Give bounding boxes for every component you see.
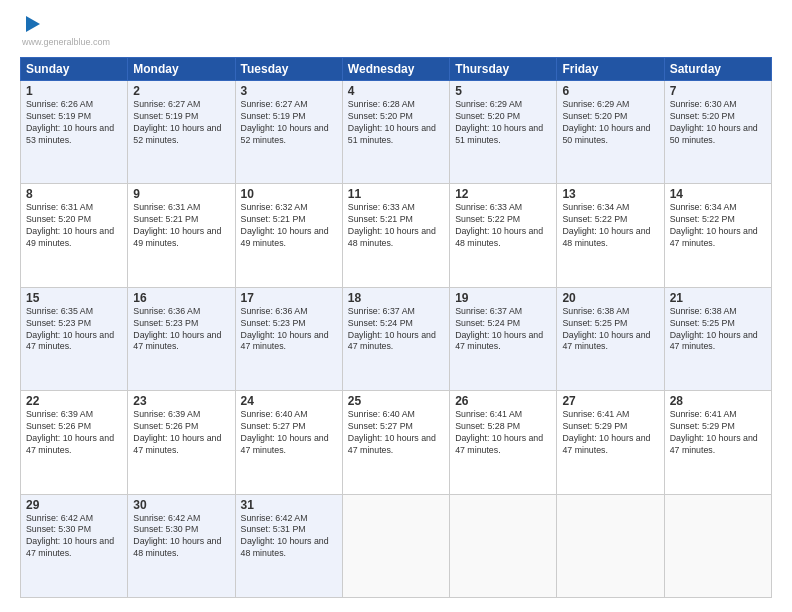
day-number: 21 bbox=[670, 291, 766, 305]
day-number: 22 bbox=[26, 394, 122, 408]
day-number: 25 bbox=[348, 394, 444, 408]
day-cell-20: 20 Sunrise: 6:38 AMSunset: 5:25 PMDaylig… bbox=[557, 287, 664, 390]
day-number: 7 bbox=[670, 84, 766, 98]
weekday-header-monday: Monday bbox=[128, 58, 235, 81]
day-number: 18 bbox=[348, 291, 444, 305]
calendar-table: SundayMondayTuesdayWednesdayThursdayFrid… bbox=[20, 57, 772, 598]
day-info: Sunrise: 6:39 AMSunset: 5:26 PMDaylight:… bbox=[26, 409, 114, 455]
calendar-week-3: 15 Sunrise: 6:35 AMSunset: 5:23 PMDaylig… bbox=[21, 287, 772, 390]
day-number: 3 bbox=[241, 84, 337, 98]
day-info: Sunrise: 6:41 AMSunset: 5:29 PMDaylight:… bbox=[670, 409, 758, 455]
calendar-week-1: 1 Sunrise: 6:26 AMSunset: 5:19 PMDayligh… bbox=[21, 81, 772, 184]
day-info: Sunrise: 6:36 AMSunset: 5:23 PMDaylight:… bbox=[133, 306, 221, 352]
day-info: Sunrise: 6:27 AMSunset: 5:19 PMDaylight:… bbox=[133, 99, 221, 145]
day-number: 28 bbox=[670, 394, 766, 408]
svg-marker-0 bbox=[26, 16, 40, 32]
day-cell-27: 27 Sunrise: 6:41 AMSunset: 5:29 PMDaylig… bbox=[557, 391, 664, 494]
day-cell-28: 28 Sunrise: 6:41 AMSunset: 5:29 PMDaylig… bbox=[664, 391, 771, 494]
day-cell-5: 5 Sunrise: 6:29 AMSunset: 5:20 PMDayligh… bbox=[450, 81, 557, 184]
day-number: 19 bbox=[455, 291, 551, 305]
day-cell-14: 14 Sunrise: 6:34 AMSunset: 5:22 PMDaylig… bbox=[664, 184, 771, 287]
day-info: Sunrise: 6:37 AMSunset: 5:24 PMDaylight:… bbox=[348, 306, 436, 352]
day-info: Sunrise: 6:41 AMSunset: 5:28 PMDaylight:… bbox=[455, 409, 543, 455]
weekday-header-thursday: Thursday bbox=[450, 58, 557, 81]
empty-cell bbox=[557, 494, 664, 597]
day-number: 16 bbox=[133, 291, 229, 305]
day-info: Sunrise: 6:32 AMSunset: 5:21 PMDaylight:… bbox=[241, 202, 329, 248]
day-info: Sunrise: 6:37 AMSunset: 5:24 PMDaylight:… bbox=[455, 306, 543, 352]
day-number: 23 bbox=[133, 394, 229, 408]
day-cell-1: 1 Sunrise: 6:26 AMSunset: 5:19 PMDayligh… bbox=[21, 81, 128, 184]
day-cell-3: 3 Sunrise: 6:27 AMSunset: 5:19 PMDayligh… bbox=[235, 81, 342, 184]
weekday-header-friday: Friday bbox=[557, 58, 664, 81]
day-cell-15: 15 Sunrise: 6:35 AMSunset: 5:23 PMDaylig… bbox=[21, 287, 128, 390]
day-cell-12: 12 Sunrise: 6:33 AMSunset: 5:22 PMDaylig… bbox=[450, 184, 557, 287]
empty-cell bbox=[342, 494, 449, 597]
day-number: 17 bbox=[241, 291, 337, 305]
day-info: Sunrise: 6:29 AMSunset: 5:20 PMDaylight:… bbox=[562, 99, 650, 145]
weekday-header-tuesday: Tuesday bbox=[235, 58, 342, 81]
weekday-header-saturday: Saturday bbox=[664, 58, 771, 81]
day-number: 4 bbox=[348, 84, 444, 98]
day-cell-31: 31 Sunrise: 6:42 AMSunset: 5:31 PMDaylig… bbox=[235, 494, 342, 597]
day-number: 13 bbox=[562, 187, 658, 201]
day-cell-16: 16 Sunrise: 6:36 AMSunset: 5:23 PMDaylig… bbox=[128, 287, 235, 390]
logo-icon bbox=[22, 14, 44, 36]
day-number: 1 bbox=[26, 84, 122, 98]
header: www.generalblue.com bbox=[20, 18, 772, 47]
day-cell-26: 26 Sunrise: 6:41 AMSunset: 5:28 PMDaylig… bbox=[450, 391, 557, 494]
day-info: Sunrise: 6:34 AMSunset: 5:22 PMDaylight:… bbox=[670, 202, 758, 248]
day-cell-11: 11 Sunrise: 6:33 AMSunset: 5:21 PMDaylig… bbox=[342, 184, 449, 287]
day-number: 29 bbox=[26, 498, 122, 512]
weekday-header-sunday: Sunday bbox=[21, 58, 128, 81]
day-info: Sunrise: 6:26 AMSunset: 5:19 PMDaylight:… bbox=[26, 99, 114, 145]
day-info: Sunrise: 6:33 AMSunset: 5:22 PMDaylight:… bbox=[455, 202, 543, 248]
day-cell-9: 9 Sunrise: 6:31 AMSunset: 5:21 PMDayligh… bbox=[128, 184, 235, 287]
day-number: 11 bbox=[348, 187, 444, 201]
weekday-header-wednesday: Wednesday bbox=[342, 58, 449, 81]
day-info: Sunrise: 6:33 AMSunset: 5:21 PMDaylight:… bbox=[348, 202, 436, 248]
day-cell-2: 2 Sunrise: 6:27 AMSunset: 5:19 PMDayligh… bbox=[128, 81, 235, 184]
day-cell-6: 6 Sunrise: 6:29 AMSunset: 5:20 PMDayligh… bbox=[557, 81, 664, 184]
day-cell-17: 17 Sunrise: 6:36 AMSunset: 5:23 PMDaylig… bbox=[235, 287, 342, 390]
day-info: Sunrise: 6:38 AMSunset: 5:25 PMDaylight:… bbox=[562, 306, 650, 352]
calendar-week-5: 29 Sunrise: 6:42 AMSunset: 5:30 PMDaylig… bbox=[21, 494, 772, 597]
day-info: Sunrise: 6:40 AMSunset: 5:27 PMDaylight:… bbox=[348, 409, 436, 455]
logo-tagline: www.generalblue.com bbox=[20, 37, 110, 47]
day-info: Sunrise: 6:42 AMSunset: 5:31 PMDaylight:… bbox=[241, 513, 329, 559]
day-number: 12 bbox=[455, 187, 551, 201]
day-number: 27 bbox=[562, 394, 658, 408]
day-number: 15 bbox=[26, 291, 122, 305]
day-info: Sunrise: 6:29 AMSunset: 5:20 PMDaylight:… bbox=[455, 99, 543, 145]
day-number: 10 bbox=[241, 187, 337, 201]
day-info: Sunrise: 6:41 AMSunset: 5:29 PMDaylight:… bbox=[562, 409, 650, 455]
day-cell-18: 18 Sunrise: 6:37 AMSunset: 5:24 PMDaylig… bbox=[342, 287, 449, 390]
day-number: 20 bbox=[562, 291, 658, 305]
day-info: Sunrise: 6:31 AMSunset: 5:21 PMDaylight:… bbox=[133, 202, 221, 248]
day-cell-7: 7 Sunrise: 6:30 AMSunset: 5:20 PMDayligh… bbox=[664, 81, 771, 184]
day-number: 30 bbox=[133, 498, 229, 512]
day-info: Sunrise: 6:39 AMSunset: 5:26 PMDaylight:… bbox=[133, 409, 221, 455]
calendar-week-2: 8 Sunrise: 6:31 AMSunset: 5:20 PMDayligh… bbox=[21, 184, 772, 287]
day-info: Sunrise: 6:42 AMSunset: 5:30 PMDaylight:… bbox=[26, 513, 114, 559]
day-info: Sunrise: 6:31 AMSunset: 5:20 PMDaylight:… bbox=[26, 202, 114, 248]
day-cell-4: 4 Sunrise: 6:28 AMSunset: 5:20 PMDayligh… bbox=[342, 81, 449, 184]
day-cell-13: 13 Sunrise: 6:34 AMSunset: 5:22 PMDaylig… bbox=[557, 184, 664, 287]
day-info: Sunrise: 6:35 AMSunset: 5:23 PMDaylight:… bbox=[26, 306, 114, 352]
day-number: 31 bbox=[241, 498, 337, 512]
logo: www.generalblue.com bbox=[20, 18, 110, 47]
day-info: Sunrise: 6:38 AMSunset: 5:25 PMDaylight:… bbox=[670, 306, 758, 352]
day-cell-30: 30 Sunrise: 6:42 AMSunset: 5:30 PMDaylig… bbox=[128, 494, 235, 597]
day-info: Sunrise: 6:27 AMSunset: 5:19 PMDaylight:… bbox=[241, 99, 329, 145]
day-number: 2 bbox=[133, 84, 229, 98]
day-number: 26 bbox=[455, 394, 551, 408]
day-number: 5 bbox=[455, 84, 551, 98]
day-info: Sunrise: 6:30 AMSunset: 5:20 PMDaylight:… bbox=[670, 99, 758, 145]
day-info: Sunrise: 6:28 AMSunset: 5:20 PMDaylight:… bbox=[348, 99, 436, 145]
page: www.generalblue.com SundayMondayTuesdayW… bbox=[0, 0, 792, 612]
calendar-week-4: 22 Sunrise: 6:39 AMSunset: 5:26 PMDaylig… bbox=[21, 391, 772, 494]
day-cell-23: 23 Sunrise: 6:39 AMSunset: 5:26 PMDaylig… bbox=[128, 391, 235, 494]
day-cell-8: 8 Sunrise: 6:31 AMSunset: 5:20 PMDayligh… bbox=[21, 184, 128, 287]
weekday-header-row: SundayMondayTuesdayWednesdayThursdayFrid… bbox=[21, 58, 772, 81]
day-info: Sunrise: 6:40 AMSunset: 5:27 PMDaylight:… bbox=[241, 409, 329, 455]
